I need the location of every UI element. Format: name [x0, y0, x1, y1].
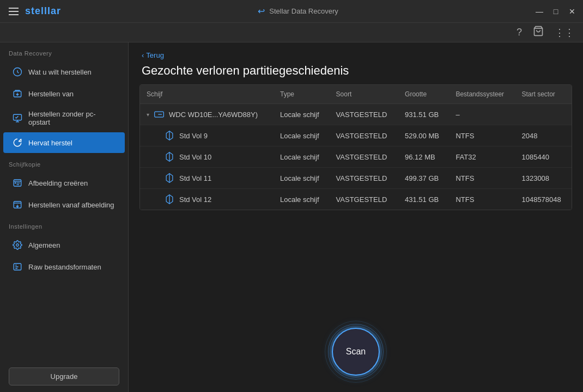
sidebar-item-afbeelding-creeren[interactable]: Afbeelding creëren — [3, 173, 125, 193]
sidebar-label-wat: Wat u wilt herstellen — [28, 68, 92, 76]
algemeen-icon — [12, 240, 23, 250]
partitions-table-container: Schijf Type Soort Grootte Bestandssystee… — [139, 84, 572, 210]
disk-icon — [154, 109, 165, 120]
sidebar-item-herstellen-van[interactable]: Herstellen van — [3, 83, 125, 104]
app-title: Stellar Data Recovery — [269, 7, 338, 15]
section-instellingen-title: Instellingen — [0, 216, 128, 234]
back-label: Terug — [146, 51, 164, 59]
child-disk-name-1: Std Vol 10 — [179, 153, 211, 161]
sidebar-item-herstellen-vanaf-afbeelding[interactable]: Herstellen vanaf afbeelding — [3, 194, 125, 215]
table-row[interactable]: Std Vol 12 Locale schijf VASTGESTELD 431… — [140, 189, 572, 210]
vol-icon — [164, 194, 175, 205]
child-schijf-cell-3: Std Vol 12 — [140, 189, 274, 210]
logo-prefix: stell — [25, 5, 47, 16]
section-schijfkopie-title: Schijfkopie — [0, 154, 128, 172]
svg-point-7 — [16, 244, 19, 247]
col-start-sector: Start sector — [515, 85, 572, 104]
parent-start-sector-cell — [515, 104, 572, 125]
svg-point-5 — [15, 182, 16, 183]
child-disk-name-2: Std Vol 11 — [179, 174, 211, 182]
scan-button-container: Scan — [129, 317, 583, 392]
table-row[interactable]: ▾ WDC WD10E...YA6WD88Y) Locale — [140, 104, 572, 125]
table-row[interactable]: Std Vol 10 Locale schijf VASTGESTELD 96.… — [140, 146, 572, 168]
sidebar-label-hervat: Hervat herstel — [28, 139, 72, 147]
sidebar-label-herstellen-van: Herstellen van — [28, 90, 74, 98]
back-link[interactable]: ‹ Terug — [142, 51, 570, 59]
table-row[interactable]: Std Vol 11 Locale schijf VASTGESTELD 499… — [140, 168, 572, 189]
titlebar-left: stellIar — [7, 5, 61, 17]
main-layout: Data Recovery Wat u wilt herstellen Hers… — [0, 42, 583, 392]
hervat-icon — [12, 137, 23, 148]
sidebar-item-algemeen[interactable]: Algemeen — [3, 235, 125, 255]
col-soort: Soort — [330, 85, 398, 104]
sidebar-item-raw-bestandsformaten[interactable]: Raw bestandsformaten — [3, 256, 125, 277]
child-disk-name-0: Std Vol 9 — [179, 132, 208, 140]
wat-icon — [12, 66, 23, 77]
sidebar-label-afbeelding: Afbeelding creëren — [28, 179, 88, 187]
content-area: ‹ Terug Gezochte verloren partitiegeschi… — [129, 42, 583, 392]
raw-icon — [12, 261, 23, 272]
logo-suffix: ar — [51, 5, 61, 16]
parent-type-cell: Locale schijf — [274, 104, 330, 125]
herstellen-zonder-icon — [12, 113, 23, 124]
upgrade-button[interactable]: Upgrade — [9, 367, 119, 385]
child-schijf-cell-1: Std Vol 10 — [140, 146, 274, 168]
minimize-button[interactable]: — — [535, 7, 544, 16]
close-button[interactable]: ✕ — [568, 7, 576, 16]
table-row[interactable]: Std Vol 9 Locale schijf VASTGESTELD 529.… — [140, 125, 572, 146]
back-chevron-icon: ‹ — [142, 51, 144, 59]
sidebar-label-algemeen: Algemeen — [28, 241, 60, 249]
window-controls: — □ ✕ — [535, 7, 576, 16]
col-grootte: Grootte — [398, 85, 449, 104]
parent-schijf-cell: ▾ WDC WD10E...YA6WD88Y) — [140, 104, 274, 125]
page-title: Gezochte verloren partitiegeschiedenis — [142, 64, 570, 78]
grid-icon[interactable]: ⋮⋮ — [555, 27, 574, 39]
sidebar-label-raw: Raw bestandsformaten — [28, 263, 101, 271]
sidebar-label-herstellen-afbeelding: Herstellen vanaf afbeelding — [28, 201, 114, 209]
cart-icon[interactable] — [533, 26, 544, 39]
sidebar-label-herstellen-zonder: Herstellen zonder pc-opstart — [28, 110, 116, 126]
partitions-table: Schijf Type Soort Grootte Bestandssystee… — [140, 85, 572, 210]
parent-disk-name: WDC WD10E...YA6WD88Y) — [169, 111, 258, 119]
scan-button[interactable]: Scan — [332, 328, 380, 376]
parent-grootte-cell: 931.51 GB — [398, 104, 449, 125]
sidebar-item-hervat-herstel[interactable]: Hervat herstel — [3, 132, 125, 153]
titlebar-center: ↩ Stellar Data Recovery — [258, 6, 338, 16]
col-bestandssysteem: Bestandssysteer — [449, 85, 515, 104]
sidebar: Data Recovery Wat u wilt herstellen Hers… — [0, 42, 129, 392]
parent-bestandssysteem-cell: – — [449, 104, 515, 125]
sidebar-item-wat-u-wilt-herstellen[interactable]: Wat u wilt herstellen — [3, 62, 125, 82]
herstellen-afbeelding-icon — [12, 199, 23, 210]
menu-button[interactable] — [7, 5, 21, 17]
col-type: Type — [274, 85, 330, 104]
app-logo: stellIar — [25, 5, 61, 17]
herstellen-van-icon — [12, 88, 23, 99]
section-data-recovery-title: Data Recovery — [0, 42, 128, 61]
col-schijf: Schijf — [140, 85, 274, 104]
child-disk-name-3: Std Vol 12 — [179, 195, 211, 204]
content-header: ‹ Terug Gezochte verloren partitiegeschi… — [129, 42, 583, 84]
titlebar: stellIar ↩ Stellar Data Recovery — □ ✕ — [0, 0, 583, 23]
vol-icon — [164, 151, 175, 162]
vol-icon — [164, 173, 175, 183]
afbeelding-icon — [12, 177, 23, 188]
top-actions-bar: ? ⋮⋮ — [0, 23, 583, 42]
title-back-arrow: ↩ — [258, 6, 265, 16]
child-schijf-cell-2: Std Vol 11 — [140, 168, 274, 189]
parent-soort-cell: VASTGESTELD — [330, 104, 398, 125]
expand-arrow-icon[interactable]: ▾ — [147, 112, 149, 118]
maximize-button[interactable]: □ — [551, 7, 560, 16]
sidebar-item-herstellen-zonder-pc[interactable]: Herstellen zonder pc-opstart — [3, 105, 125, 131]
help-icon[interactable]: ? — [517, 27, 522, 38]
table-header-row: Schijf Type Soort Grootte Bestandssystee… — [140, 85, 572, 104]
vol-icon — [164, 130, 175, 141]
child-schijf-cell-0: Std Vol 9 — [140, 125, 274, 146]
